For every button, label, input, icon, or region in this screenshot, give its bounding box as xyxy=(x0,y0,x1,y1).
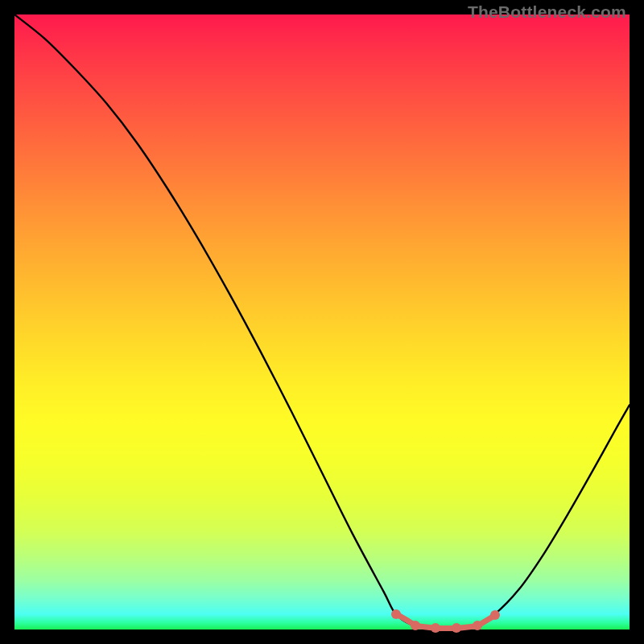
chart-container: TheBottleneck.com xyxy=(0,0,644,644)
optimal-range-point xyxy=(473,621,482,630)
optimal-range-point xyxy=(490,610,500,620)
optimal-range-point xyxy=(452,623,461,633)
optimal-range-point xyxy=(431,623,440,633)
bottleneck-curve xyxy=(14,14,630,630)
optimal-range-point xyxy=(411,621,420,630)
plot-area xyxy=(14,14,630,630)
watermark-text: TheBottleneck.com xyxy=(468,2,626,22)
optimal-range-point xyxy=(391,609,401,619)
